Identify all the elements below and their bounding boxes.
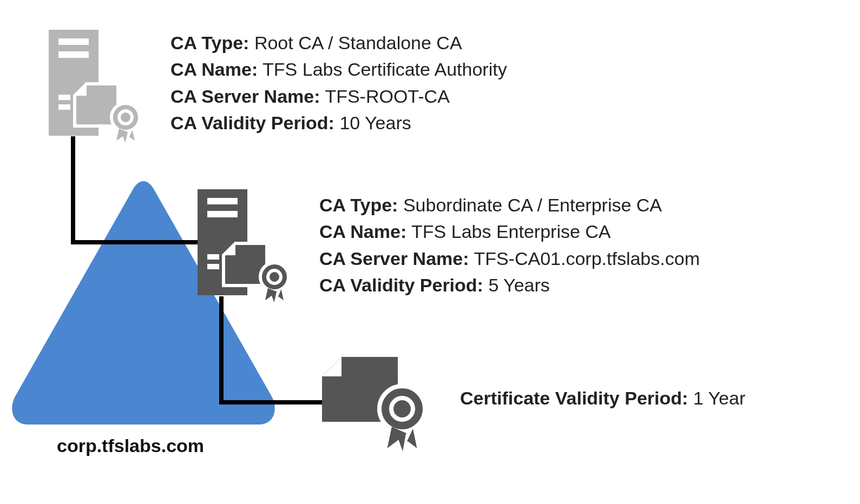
root-server-label: CA Server Name: xyxy=(170,86,320,107)
root-server-value: TFS-ROOT-CA xyxy=(325,86,449,107)
sub-server-label: CA Server Name: xyxy=(319,248,469,269)
root-type-label: CA Type: xyxy=(170,32,249,53)
svg-rect-3 xyxy=(58,95,70,100)
leaf-validity-value: 1 Year xyxy=(693,388,745,408)
root-name-value: TFS Labs Certificate Authority xyxy=(262,59,507,79)
connector-sub-leaf-v xyxy=(219,296,224,404)
svg-rect-11 xyxy=(207,211,238,217)
sub-name-value: TFS Labs Enterprise CA xyxy=(411,221,610,242)
svg-marker-19 xyxy=(322,357,342,376)
sub-validity-label: CA Validity Period: xyxy=(319,275,483,295)
sub-ca-info: CA Type: Subordinate CA / Enterprise CA … xyxy=(319,192,700,299)
sub-ca-server-icon xyxy=(198,189,295,303)
leaf-certificate-icon xyxy=(322,357,430,460)
svg-rect-1 xyxy=(58,38,89,45)
svg-rect-13 xyxy=(207,264,219,269)
svg-point-16 xyxy=(260,263,288,291)
root-name-label: CA Name: xyxy=(170,59,258,79)
sub-type-value: Subordinate CA / Enterprise CA xyxy=(403,195,662,215)
sub-type-label: CA Type: xyxy=(319,195,398,215)
domain-label: corp.tfslabs.com xyxy=(57,435,204,456)
svg-rect-4 xyxy=(58,104,70,110)
svg-rect-12 xyxy=(207,254,219,260)
connector-sub-leaf-h xyxy=(219,400,327,404)
svg-rect-2 xyxy=(58,51,89,58)
svg-point-20 xyxy=(379,386,425,432)
root-validity-value: 10 Years xyxy=(339,112,411,133)
sub-name-label: CA Name: xyxy=(319,221,406,242)
root-ca-info: CA Type: Root CA / Standalone CA CA Name… xyxy=(170,30,507,136)
diagram-canvas: corp.tfslabs.com CA Type: Root xyxy=(0,0,860,504)
root-validity-label: CA Validity Period: xyxy=(170,112,334,133)
leaf-validity-label: Certificate Validity Period: xyxy=(460,388,688,408)
connector-root-sub-v xyxy=(71,136,75,244)
connector-root-sub-h xyxy=(71,240,203,244)
svg-rect-10 xyxy=(207,198,238,204)
leaf-cert-info: Certificate Validity Period: 1 Year xyxy=(460,385,745,412)
sub-validity-value: 5 Years xyxy=(488,275,549,295)
root-type-value: Root CA / Standalone CA xyxy=(254,32,462,53)
svg-point-7 xyxy=(111,103,140,131)
root-ca-server-icon xyxy=(49,30,146,143)
sub-server-value: TFS-CA01.corp.tfslabs.com xyxy=(474,248,700,269)
